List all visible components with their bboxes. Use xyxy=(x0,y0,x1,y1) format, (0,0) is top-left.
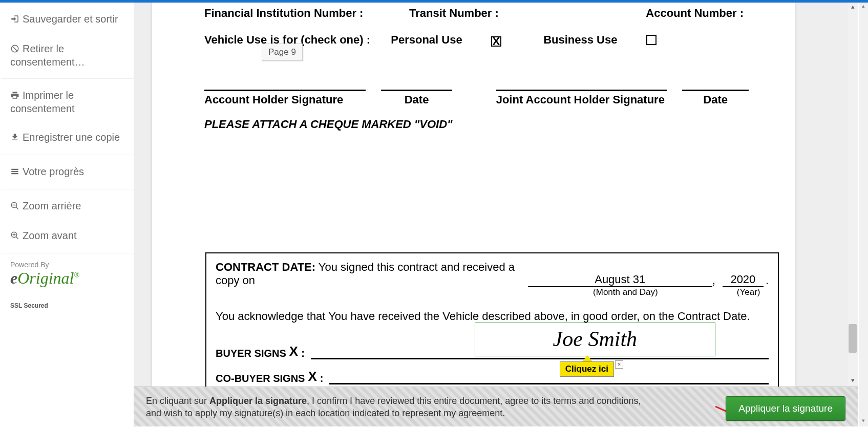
signature-field[interactable]: Joe Smith xyxy=(475,323,715,356)
document-viewport: Financial Institution Number : Transit N… xyxy=(134,3,858,387)
document-scrollbar-thumb[interactable] xyxy=(849,324,857,353)
zoom-out-icon xyxy=(10,201,19,213)
svg-line-1 xyxy=(12,46,18,52)
withdraw-consent-label: Retirer le consentement… xyxy=(10,43,85,68)
personal-use-label: Personal Use xyxy=(391,33,462,46)
buyer-signs-label: BUYER SIGNS xyxy=(216,348,286,359)
contract-date-box: CONTRACT DATE: You signed this contract … xyxy=(205,252,779,387)
divider xyxy=(1,155,134,155)
acknowledgement-text: You acknowledge that You have received t… xyxy=(216,310,769,323)
account-signature-row: Account Holder Signature Date Joint Acco… xyxy=(204,90,764,106)
scroll-up-icon[interactable]: ▴ xyxy=(859,3,868,12)
year-sub-label: (Year) xyxy=(728,287,769,297)
signature-value: Joe Smith xyxy=(553,327,637,351)
divider xyxy=(1,78,134,79)
svg-line-6 xyxy=(16,237,18,239)
contract-year-value: 2020 xyxy=(723,273,764,287)
print-consent-button[interactable]: Imprimer le consentement xyxy=(1,81,134,123)
date-label: Date xyxy=(381,91,452,106)
transit-number-label: Transit Number : xyxy=(409,7,563,20)
buyer-signature-row: BUYER SIGNS X : Joe Smith Cliquez ici × xyxy=(216,344,769,359)
document-page: Financial Institution Number : Transit N… xyxy=(152,3,795,387)
tooltip-text: Cliquez ici xyxy=(560,361,614,377)
financial-institution-label: Financial Institution Number : xyxy=(204,7,409,20)
footer-msg-prefix: En cliquant sur xyxy=(146,396,209,406)
cobuyer-signature-row: CO-BUYER SIGNS X : xyxy=(216,369,769,384)
download-icon xyxy=(10,132,19,144)
withdraw-consent-button[interactable]: Retirer le consentement… xyxy=(1,34,134,76)
business-use-label: Business Use xyxy=(543,33,617,46)
signature-tooltip: Cliquez ici × xyxy=(560,355,614,377)
document-scrollbar-track[interactable]: ▴ ▾ xyxy=(848,3,858,387)
x-mark-2: X xyxy=(308,369,316,384)
progress-label: Votre progrès xyxy=(23,166,84,177)
window-scrollbar[interactable]: ▴ ▾ xyxy=(859,3,868,426)
void-cheque-instruction: PLEASE ATTACH A CHEQUE MARKED "VOID" xyxy=(204,118,453,131)
personal-use-checkbox[interactable]: X xyxy=(491,36,501,47)
business-use-checkbox[interactable] xyxy=(646,35,657,45)
colon: : xyxy=(301,348,305,359)
scroll-down-icon[interactable]: ▾ xyxy=(859,417,868,426)
powered-by-label: Powered By xyxy=(1,255,134,269)
prohibit-icon xyxy=(10,44,19,56)
ssl-secured-label: SSL Secured xyxy=(1,293,134,318)
account-number-label: Account Number : xyxy=(563,7,764,20)
print-consent-label: Imprimer le consentement xyxy=(10,90,75,114)
logo-text: Original xyxy=(17,269,74,287)
eoriginal-logo: eOriginal® xyxy=(1,269,134,293)
date-label-2: Date xyxy=(682,91,749,106)
svg-line-3 xyxy=(16,207,18,209)
sidebar: Sauvegarder et sortir Retirer le consent… xyxy=(1,3,134,387)
bank-info-row: Financial Institution Number : Transit N… xyxy=(204,7,764,20)
colon-2: : xyxy=(320,373,324,384)
divider xyxy=(1,253,134,253)
divider xyxy=(1,189,134,189)
zoom-out-label: Zoom arrière xyxy=(23,200,81,211)
zoom-out-button[interactable]: Zoom arrière xyxy=(1,191,134,221)
zoom-in-button[interactable]: Zoom avant xyxy=(1,221,134,251)
month-day-sub-label: (Month and Day) xyxy=(535,287,716,297)
exit-icon xyxy=(10,14,19,26)
buyer-signature-line: Joe Smith Cliquez ici × xyxy=(311,344,769,359)
contract-date-heading: CONTRACT DATE: xyxy=(216,261,315,273)
footer-message: En cliquant sur Appliquer la signature, … xyxy=(146,395,658,419)
apply-signature-button[interactable]: Appliquer la signature xyxy=(726,396,845,421)
contract-month-day-value: August 31 xyxy=(528,273,712,287)
save-copy-button[interactable]: Enregistrer une copie xyxy=(1,123,134,153)
scroll-down-icon[interactable]: ▾ xyxy=(848,376,858,387)
save-and-exit-button[interactable]: Sauvegarder et sortir xyxy=(1,3,134,34)
tooltip-close-button[interactable]: × xyxy=(615,360,623,369)
zoom-in-icon xyxy=(10,230,19,243)
scroll-up-icon[interactable]: ▴ xyxy=(848,3,858,13)
save-and-exit-label: Sauvegarder et sortir xyxy=(23,13,118,25)
account-holder-signature-label: Account Holder Signature xyxy=(204,91,366,106)
print-icon xyxy=(10,90,19,102)
cobuyer-signs-label: CO-BUYER SIGNS xyxy=(216,373,305,384)
save-copy-label: Enregistrer une copie xyxy=(23,132,120,143)
x-mark: X xyxy=(289,344,298,359)
logo-e: e xyxy=(10,269,17,287)
cobuyer-signature-line[interactable] xyxy=(329,372,769,384)
progress-button[interactable]: Votre progrès xyxy=(1,157,134,187)
joint-account-holder-signature-label: Joint Account Holder Signature xyxy=(496,91,667,106)
footer-msg-bold: Appliquer la signature xyxy=(209,396,307,406)
zoom-in-label: Zoom avant xyxy=(23,230,77,241)
page-number-tag: Page 9 xyxy=(262,44,303,61)
footer-bar: En cliquant sur Appliquer la signature, … xyxy=(134,387,858,426)
list-icon xyxy=(10,166,19,179)
